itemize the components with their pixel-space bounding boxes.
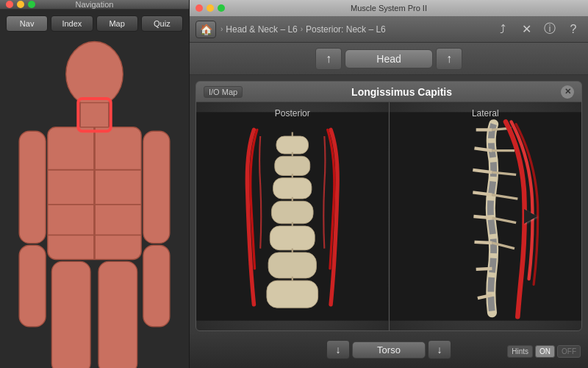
svg-rect-31 xyxy=(271,201,313,224)
help-icon[interactable]: ? xyxy=(564,21,582,38)
right-main-panel: Muscle System Pro II 🏠 › Head & Neck – L… xyxy=(190,0,588,368)
svg-rect-32 xyxy=(270,226,315,250)
posterior-anatomy-svg xyxy=(196,102,389,330)
main-close-dot[interactable] xyxy=(196,4,203,12)
lateral-view-label: Lateral xyxy=(390,108,582,118)
close-icon[interactable]: ✕ xyxy=(517,21,535,38)
nav-tab-bar: Nav Index Map Quiz xyxy=(0,10,189,35)
toolbar-icons-group: ⤴ ✕ ⓘ ? xyxy=(494,21,582,38)
svg-line-48 xyxy=(474,242,492,243)
nav-down-left-arrow[interactable]: ↓ xyxy=(326,340,350,359)
nav-down-right-arrow[interactable]: ↓ xyxy=(428,340,451,359)
hints-toggle-group: Hints ON OFF xyxy=(507,345,581,358)
body-figure-area xyxy=(0,35,189,368)
svg-rect-29 xyxy=(275,156,310,175)
window-controls xyxy=(6,1,35,8)
nav-up-left-arrow[interactable]: ↑ xyxy=(315,48,342,70)
tab-nav[interactable]: Nav xyxy=(6,15,48,32)
svg-rect-1 xyxy=(80,103,109,127)
bottom-nav-strip: ↓ Torso ↓ Hints ON OFF xyxy=(190,331,588,368)
lateral-view-content xyxy=(390,102,582,330)
hints-on-toggle[interactable]: ON xyxy=(535,345,555,358)
minimize-dot[interactable] xyxy=(17,1,24,8)
left-navigation-panel: Navigation Nav Index Map Quiz xyxy=(0,0,190,368)
io-map-header: I/O Map Longissimus Capitis ✕ xyxy=(196,82,581,102)
close-dot[interactable] xyxy=(6,1,13,8)
svg-rect-33 xyxy=(268,252,316,278)
posterior-view-label: Posterior xyxy=(196,108,389,118)
main-minimize-dot[interactable] xyxy=(207,4,214,12)
breadcrumb-sep-2: › xyxy=(301,25,303,33)
left-panel-title: Navigation xyxy=(76,0,114,9)
lateral-view-panel: Lateral xyxy=(389,102,582,330)
main-window-controls xyxy=(196,4,225,12)
breadcrumb-posterior-neck[interactable]: Posterior: Neck – L6 xyxy=(306,24,386,35)
svg-rect-34 xyxy=(267,280,318,308)
svg-rect-30 xyxy=(273,178,312,199)
views-container: Posterior xyxy=(196,102,581,330)
svg-rect-9 xyxy=(143,131,170,243)
svg-point-0 xyxy=(66,42,123,107)
main-toolbar: 🏠 › Head & Neck – L6 › Posterior: Neck –… xyxy=(190,16,588,43)
info-icon[interactable]: ⓘ xyxy=(541,21,559,38)
breadcrumb-head-neck[interactable]: Head & Neck – L6 xyxy=(226,24,297,35)
hints-off-toggle[interactable]: OFF xyxy=(557,345,581,358)
io-map-title: Longissimus Capitis xyxy=(243,86,561,98)
breadcrumb-sep-1: › xyxy=(220,25,223,33)
nav-up-label[interactable]: Head xyxy=(345,49,433,68)
svg-line-49 xyxy=(476,269,492,269)
mouse-cursor xyxy=(524,209,537,224)
tab-quiz[interactable]: Quiz xyxy=(141,15,183,32)
svg-rect-7 xyxy=(19,131,46,243)
posterior-view-panel: Posterior xyxy=(196,102,389,330)
body-anatomy-svg xyxy=(3,38,186,368)
main-maximize-dot[interactable] xyxy=(218,4,225,12)
nav-up-row: ↑ Head ↑ xyxy=(190,43,588,75)
io-map-panel: I/O Map Longissimus Capitis ✕ Posterior xyxy=(196,81,582,331)
tab-map[interactable]: Map xyxy=(96,15,138,32)
svg-rect-11 xyxy=(51,261,90,368)
nav-up-right-arrow[interactable]: ↑ xyxy=(436,48,462,70)
share-icon[interactable]: ⤴ xyxy=(494,21,512,38)
lateral-anatomy-svg xyxy=(390,102,582,330)
svg-line-47 xyxy=(473,216,492,218)
hints-label: Hints xyxy=(507,345,533,358)
content-area: I/O Map Longissimus Capitis ✕ Posterior xyxy=(190,75,588,368)
tab-index[interactable]: Index xyxy=(51,15,93,32)
svg-rect-10 xyxy=(143,245,170,327)
maximize-dot[interactable] xyxy=(28,1,35,8)
svg-rect-13 xyxy=(98,261,137,368)
svg-rect-8 xyxy=(19,245,46,327)
breadcrumb: › Head & Neck – L6 › Posterior: Neck – L… xyxy=(220,24,490,35)
main-window-title: Muscle System Pro II xyxy=(351,4,427,13)
io-map-label[interactable]: I/O Map xyxy=(204,86,243,98)
svg-rect-28 xyxy=(276,136,309,154)
home-button[interactable]: 🏠 xyxy=(196,21,216,38)
io-map-close-button[interactable]: ✕ xyxy=(561,85,574,99)
posterior-view-content xyxy=(196,102,389,330)
nav-down-label[interactable]: Torso xyxy=(352,342,426,358)
left-titlebar: Navigation xyxy=(0,0,189,10)
main-titlebar: Muscle System Pro II xyxy=(190,0,588,16)
